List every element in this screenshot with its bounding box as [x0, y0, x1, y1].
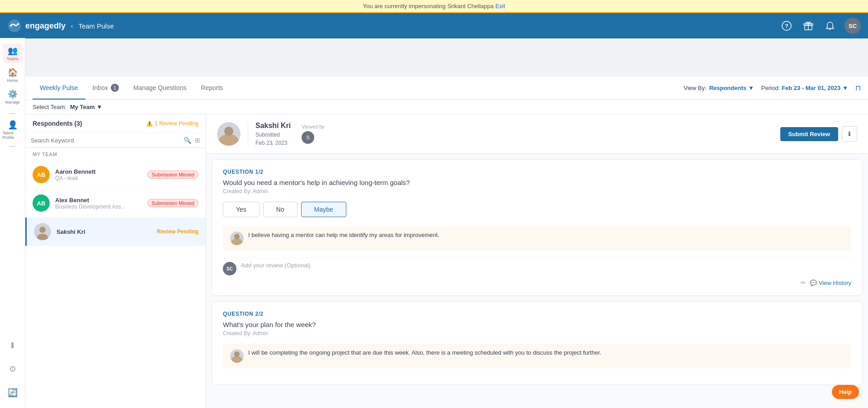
answer-bubble-2: I will be completing the ongoing project… — [223, 344, 851, 368]
team-selector-bar: Select Team: My Team ▼ — [25, 100, 868, 114]
respondent-name: Aaron Bennett — [55, 168, 142, 175]
sidebar-engagedly-icon[interactable]: 🔄 — [3, 383, 23, 403]
right-panel: Sakshi Kri Submitted Feb 23, 2023 Viewed… — [206, 114, 868, 408]
submit-review-button[interactable]: Submit Review — [780, 127, 838, 141]
respondents-title: Respondents (3) — [33, 120, 82, 127]
status-badge: Submission Missed — [147, 199, 198, 207]
help-label: Help — [839, 389, 852, 395]
review-input-area: SC Add your review (Optional) — [223, 258, 851, 275]
view-by-chevron-icon: ▼ — [748, 85, 754, 91]
gifts-icon[interactable] — [801, 19, 816, 33]
talent-icon: 👤 — [8, 120, 18, 130]
avatar: AB — [33, 166, 50, 183]
status-badge: Submission Missed — [147, 171, 198, 179]
top-nav: engagedly ‹ Team Pulse ? — [0, 13, 868, 38]
avatar — [34, 223, 51, 240]
divider — [248, 123, 248, 145]
respondent-header-name: Sakshi Kri — [255, 122, 291, 130]
question-card-2: QUESTION 2/2 What's your plan for the we… — [212, 301, 863, 385]
svg-point-1 — [10, 25, 12, 27]
filter-sm-icon[interactable]: ⊞ — [195, 137, 200, 144]
impersonation-exit-link[interactable]: Exit — [495, 3, 505, 9]
respondent-header-card: Sakshi Kri Submitted Feb 23, 2023 Viewed… — [206, 114, 868, 154]
svg-point-9 — [37, 234, 48, 240]
view-history-label: View History — [819, 280, 851, 286]
reviewer-avatar: SC — [223, 262, 236, 275]
bubble-avatar-1 — [230, 232, 244, 245]
top-nav-right: ? SC — [779, 18, 861, 34]
tab-weekly-pulse[interactable]: Weekly Pulse — [33, 76, 85, 100]
answer-bubble-1: I believe having a mentor can help me id… — [223, 226, 851, 251]
bubble-text-2: I will be completing the ongoing project… — [248, 349, 601, 356]
viewed-by-section: Viewed by S — [302, 124, 325, 144]
search-icon[interactable]: 🔍 — [184, 137, 191, 144]
created-by-1: Created By: Admin — [223, 188, 851, 195]
view-by-dropdown[interactable]: Respondents ▼ — [709, 85, 754, 91]
tab-inbox[interactable]: Inbox 1 — [85, 76, 126, 100]
sidebar-item-teams[interactable]: 👥 Teams — [3, 43, 23, 63]
view-history-button[interactable]: 💬 View History — [810, 280, 851, 286]
respondent-info: Aaron Bennett QA - lead — [55, 168, 142, 181]
sidebar-download-icon[interactable]: ⬇ — [3, 336, 23, 356]
svg-point-11 — [224, 127, 233, 136]
sidebar-item-label-home: Home — [7, 78, 18, 83]
team-select-dropdown[interactable]: My Team ▼ — [70, 104, 103, 110]
review-input[interactable]: Add your review (Optional) — [241, 262, 851, 269]
search-input[interactable] — [31, 137, 180, 144]
bubble-text-1: I believe having a mentor can help me id… — [248, 232, 439, 238]
question-text-1: Would you need a mentor's help in achiev… — [223, 179, 851, 186]
page-title: Team Pulse — [78, 22, 113, 30]
team-selector: Select Team: My Team ▼ — [33, 104, 861, 110]
user-avatar[interactable]: SC — [844, 18, 861, 34]
period-section: Period: Feb 23 - Mar 01, 2023 ▼ — [761, 85, 848, 91]
left-sidebar: 👥 Teams 🏠 Home ⚙️ Manage ··· 👤 Talent Pr… — [0, 38, 25, 408]
answer-btn-maybe[interactable]: Maybe — [301, 202, 346, 217]
tab-manage-questions[interactable]: Manage Questions — [126, 76, 194, 100]
content-area: Respondents (3) ⚠️ 1 Review Pending 🔍 ⊞ … — [25, 114, 868, 408]
period-dropdown[interactable]: Feb 23 - Mar 01, 2023 ▼ — [782, 85, 848, 91]
respondent-item[interactable]: AB Aaron Bennett QA - lead Submission Mi… — [25, 161, 206, 189]
respondent-info: Alex Bennet Business Development Ass... — [55, 197, 142, 210]
sidebar-bottom: ⬇ ⚙ 🔄 — [3, 336, 23, 403]
tab-inbox-label: Inbox — [93, 84, 108, 91]
tab-manage-questions-label: Manage Questions — [133, 84, 187, 91]
respondent-name: Alex Bennet — [55, 197, 142, 204]
view-by-section: View By: Respondents ▼ — [684, 85, 754, 91]
created-by-2: Created By: Admin — [223, 330, 851, 337]
sidebar-more-icon[interactable]: ··· — [9, 109, 16, 118]
sidebar-item-home[interactable]: 🏠 Home — [3, 65, 23, 85]
sidebar-item-label-manage: Manage — [5, 100, 20, 104]
status-badge: Review Pending — [157, 228, 198, 235]
sidebar-more2-icon[interactable]: ··· — [9, 142, 16, 151]
logo[interactable]: engagedly — [7, 19, 66, 33]
edit-icon[interactable]: ✏ — [801, 279, 806, 286]
back-chevron-icon: ‹ — [71, 23, 73, 29]
bubble-avatar-2 — [230, 349, 244, 363]
impersonation-banner: You are currently impersonating Srikant … — [0, 0, 868, 13]
inbox-badge: 1 — [111, 84, 119, 92]
header-actions: Submit Review ⬇ — [780, 126, 857, 142]
respondent-item[interactable]: Sakshi Kri Review Pending — [25, 218, 206, 246]
sidebar-item-label-teams: Teams — [6, 57, 19, 61]
home-icon: 🏠 — [8, 67, 18, 77]
help-button[interactable]: Help — [832, 385, 859, 399]
answer-btn-no[interactable]: No — [263, 202, 297, 217]
sub-nav-right: View By: Respondents ▼ Period: Feb 23 - … — [684, 84, 861, 92]
filter-icon[interactable]: ⊓ — [855, 84, 861, 92]
respondent-item[interactable]: AB Alex Bennet Business Development Ass.… — [25, 189, 206, 218]
sidebar-item-manage[interactable]: ⚙️ Manage — [3, 87, 23, 107]
question-label-1: QUESTION 1/2 — [223, 169, 851, 175]
back-button[interactable]: ‹ — [71, 23, 73, 29]
notifications-icon[interactable] — [823, 19, 837, 33]
sidebar-item-talent[interactable]: 👤 Talent Profile — [3, 120, 23, 140]
view-by-value: Respondents — [709, 85, 746, 91]
respondent-info: Sakshi Kri — [57, 228, 151, 235]
top-nav-left: engagedly ‹ Team Pulse — [7, 19, 114, 33]
sub-nav: Weekly Pulse Inbox 1 Manage Questions Re… — [25, 76, 868, 100]
help-icon[interactable]: ? — [779, 19, 794, 33]
answer-btn-yes[interactable]: Yes — [223, 202, 259, 217]
download-button[interactable]: ⬇ — [842, 126, 857, 142]
submitted-label: Submitted — [255, 132, 291, 138]
tab-reports[interactable]: Reports — [193, 76, 230, 100]
sidebar-settings-icon[interactable]: ⚙ — [3, 359, 23, 379]
